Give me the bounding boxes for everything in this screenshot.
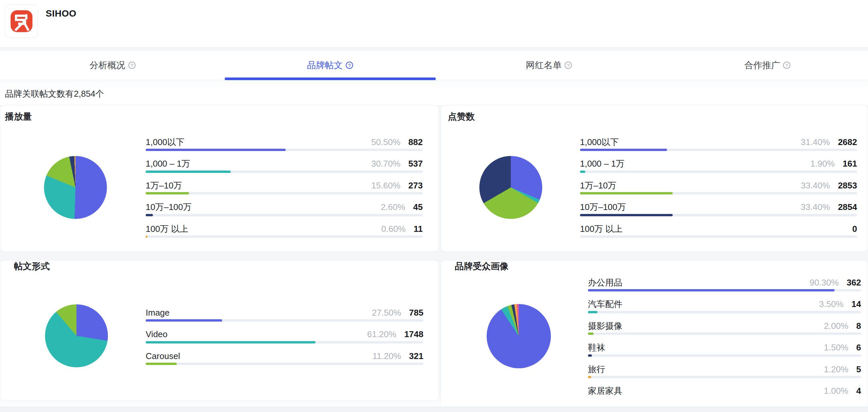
progress-bar-fill [588, 354, 592, 357]
progress-bar-track [588, 289, 861, 291]
help-icon[interactable]: ? [346, 62, 353, 69]
row-label: 1万–10万 [580, 180, 616, 192]
distribution-row: 1,000 – 1万1.90%161 [580, 159, 857, 181]
distribution-row: 1,000 – 1万30.70%537 [146, 159, 423, 181]
active-tab-underline [225, 78, 436, 80]
progress-bar-fill [588, 376, 591, 378]
row-percent: 1.90% [810, 159, 835, 169]
progress-bar-fill [580, 214, 673, 216]
progress-bar-fill [580, 192, 673, 195]
progress-bar-fill [580, 149, 667, 151]
distribution-row: 汽车配件3.50%14 [588, 299, 861, 321]
row-value: 273 [408, 180, 423, 191]
row-percent: 31.40% [801, 137, 830, 147]
row-label: 1万–10万 [146, 180, 182, 192]
card-audience: 品牌受众画像办公用品90.30%362汽车配件3.50%14摄影摄像2.00%8… [441, 260, 868, 408]
row-value: 14 [851, 299, 861, 309]
card-play-count: 播放量1,000以下50.50%8821,000 – 1万30.70%5371万… [0, 105, 439, 252]
subtitle-band: 品牌关联帖文数有2,854个 [0, 80, 868, 105]
distribution-row: 摄影摄像2.00%8 [588, 321, 861, 343]
progress-bar-track [588, 311, 861, 313]
row-label: 10万–100万 [580, 201, 626, 213]
row-percent: 2.00% [824, 321, 848, 331]
brand-posts-count-subtitle: 品牌关联帖文数有2,854个 [5, 88, 104, 100]
pie-chart-likes [479, 156, 542, 219]
row-label: 1,000以下 [146, 137, 184, 148]
brand-logo [5, 5, 38, 38]
progress-bar-fill [588, 332, 594, 335]
distribution-row: Video61.20%1748 [146, 329, 424, 351]
row-percent: 1.00% [824, 386, 848, 396]
row-value: 4 [857, 386, 861, 396]
row-percent: 1.50% [824, 343, 848, 353]
help-icon[interactable]: ? [783, 62, 790, 69]
distribution-row: 办公用品90.30%362 [588, 277, 861, 299]
progress-bar-track [588, 332, 861, 335]
row-value: 537 [408, 159, 423, 169]
card-likes: 点赞数1,000以下31.40%26821,000 – 1万1.90%1611万… [441, 105, 868, 252]
tab-influencer-list[interactable]: 网红名单 ? [526, 51, 572, 80]
distribution-row: 旅行1.20%5 [588, 364, 861, 386]
row-value: 2682 [838, 137, 857, 147]
row-percent: 3.50% [819, 299, 843, 309]
row-value: 45 [413, 202, 423, 212]
row-label: 1,000以下 [580, 137, 619, 148]
row-percent: 11.20% [372, 351, 401, 361]
brand-name: SIHOO [46, 8, 76, 19]
row-label: 摄影摄像 [588, 320, 622, 332]
row-label: Video [146, 329, 167, 340]
distribution-row: 100万 以上0 [580, 224, 857, 246]
progress-bar-track [146, 214, 423, 216]
row-value: 0 [852, 224, 857, 234]
tab-analysis-overview[interactable]: 分析概况 ? [90, 51, 136, 80]
card-title: 帖文形式 [14, 261, 50, 271]
row-label: 办公用品 [588, 277, 622, 289]
row-value: 161 [843, 159, 857, 169]
help-icon[interactable]: ? [565, 62, 572, 69]
help-icon[interactable]: ? [128, 62, 136, 69]
pie-chart-audience [487, 304, 551, 368]
row-value: 785 [409, 308, 424, 318]
pie-chart-post-format [45, 304, 108, 367]
row-percent: 61.20% [367, 329, 396, 340]
progress-bar-fill [146, 192, 189, 195]
row-percent: 90.30% [809, 277, 839, 288]
row-label: Image [146, 308, 169, 318]
progress-bar-fill [146, 363, 177, 365]
card-title: 品牌受众画像 [455, 261, 508, 271]
distribution-row: Image27.50%785 [146, 308, 424, 329]
row-label: Carousel [146, 351, 180, 361]
progress-bar-track [580, 149, 857, 151]
progress-bar-fill [146, 235, 147, 238]
row-value: 1748 [404, 329, 424, 340]
tab-brand-posts[interactable]: 品牌帖文 ? [307, 51, 353, 80]
progress-bar-fill [146, 149, 286, 151]
progress-bar-fill [146, 341, 315, 344]
progress-bar-fill [146, 171, 231, 173]
progress-bar-fill [588, 289, 835, 291]
progress-bar-track [146, 192, 423, 195]
row-value: 2854 [838, 202, 857, 212]
row-label: 1,000 – 1万 [580, 158, 624, 170]
progress-bar-track [580, 171, 857, 173]
progress-bar-track [146, 149, 423, 151]
card-post-format: 帖文形式Image27.50%785Video61.20%1748Carouse… [0, 260, 439, 401]
distribution-row: 家居家具1.00%4 [588, 386, 861, 397]
distribution-row: 1万–10万15.60%273 [146, 180, 423, 202]
row-value: 321 [409, 351, 424, 361]
row-label: 10万–100万 [146, 201, 192, 213]
tab-cooperation-promotion[interactable]: 合作推广 ? [745, 51, 790, 80]
progress-bar-fill [588, 311, 597, 313]
row-value: 6 [857, 343, 861, 353]
brand-logo-icon [10, 10, 32, 32]
progress-bar-fill [146, 319, 222, 322]
row-label: 汽车配件 [588, 298, 622, 310]
row-label: 1,000 – 1万 [146, 158, 190, 170]
distribution-row: 1万–10万33.40%2853 [580, 180, 857, 202]
distribution-row: 10万–100万2.60%45 [146, 202, 423, 224]
row-percent: 15.60% [371, 180, 400, 191]
pie-chart-play-count [44, 156, 107, 219]
row-value: 8 [857, 321, 861, 331]
row-percent: 33.40% [801, 202, 830, 212]
page-header: SIHOO [0, 0, 868, 48]
